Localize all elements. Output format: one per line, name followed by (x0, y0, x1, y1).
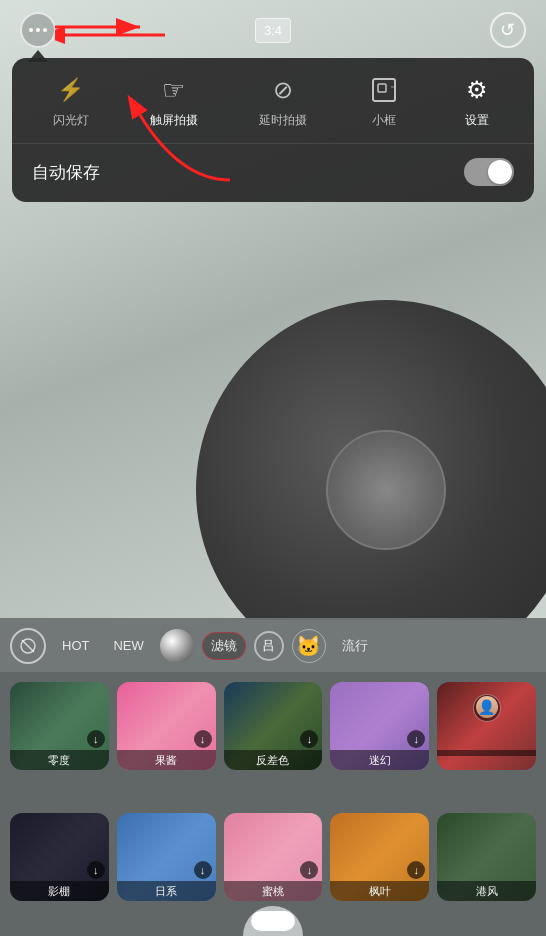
no-filter-button[interactable] (10, 628, 46, 664)
filter-grid: 零度 ↓ 果酱 ↓ 反差色 ↓ 迷幻 ↓ 👤 影棚 ↓ 日系 ↓ (0, 672, 546, 936)
small-frame-label: 小框 (372, 112, 396, 129)
filter-card-label-rixi: 日系 (117, 881, 216, 901)
filter-card-img-portrait: 👤 (437, 682, 536, 750)
filter-card-label-fanchaise: 反差色 (224, 750, 323, 770)
filter-card-label-gangfeng: 港风 (437, 881, 536, 901)
filter-card-mihuan[interactable]: 迷幻 ↓ (330, 682, 429, 770)
touch-label: 触屏拍摄 (150, 112, 198, 129)
filter-card-label-mihuan: 迷幻 (330, 750, 429, 770)
filter-card-label-guojiang: 果酱 (117, 750, 216, 770)
plate-shape (196, 300, 546, 620)
filter-tab-hot[interactable]: HOT (54, 633, 97, 658)
timer-setting[interactable]: ⊘ 延时拍摄 (259, 74, 307, 129)
small-frame-icon (368, 74, 400, 106)
shutter-area (243, 906, 303, 936)
download-badge-guojiang[interactable]: ↓ (194, 730, 212, 748)
filter-strip: HOT NEW 滤镜 吕 🐱 流行 (0, 618, 546, 673)
filter-card-portrait[interactable]: 👤 (437, 682, 536, 770)
filter-card-fanchaise[interactable]: 反差色 ↓ (224, 682, 323, 770)
shutter-button[interactable] (243, 906, 303, 936)
shutter-inner (251, 911, 295, 931)
ratio-badge[interactable]: 3:4 (255, 18, 291, 43)
download-badge-rixi[interactable]: ↓ (194, 861, 212, 879)
timer-icon: ⊘ (267, 74, 299, 106)
download-badge-yingpeng[interactable]: ↓ (87, 861, 105, 879)
filter-card-label-yingpeng: 影棚 (10, 881, 109, 901)
svg-line-6 (22, 640, 34, 652)
filter-tab-lv[interactable]: 吕 (254, 631, 284, 661)
filter-card-mitao[interactable]: 蜜桃 ↓ (224, 813, 323, 901)
toggle-thumb (488, 160, 512, 184)
plate-inner (326, 430, 446, 550)
filter-card-rixi[interactable]: 日系 ↓ (117, 813, 216, 901)
filter-tab-liuxing[interactable]: 流行 (334, 632, 376, 660)
flash-icon: ⚡ (55, 74, 87, 106)
filter-card-label-portrait (437, 750, 536, 756)
auto-save-row: 自动保存 (12, 144, 534, 186)
filter-card-guojiang[interactable]: 果酱 ↓ (117, 682, 216, 770)
flip-camera-button[interactable]: ↺ (490, 12, 526, 48)
settings-label: 设置 (465, 112, 489, 129)
settings-panel: ⚡ 闪光灯 ☞ 触屏拍摄 ⊘ 延时拍摄 小框 ⚙ 设置 自动保存 (12, 58, 534, 202)
filter-card-yingpeng[interactable]: 影棚 ↓ (10, 813, 109, 901)
settings-icons-row: ⚡ 闪光灯 ☞ 触屏拍摄 ⊘ 延时拍摄 小框 ⚙ 设置 (12, 74, 534, 144)
flash-label: 闪光灯 (53, 112, 89, 129)
filter-card-img-gangfeng (437, 813, 536, 881)
filter-tab-new[interactable]: NEW (105, 633, 151, 658)
flash-setting[interactable]: ⚡ 闪光灯 (53, 74, 89, 129)
touch-shoot-setting[interactable]: ☞ 触屏拍摄 (150, 74, 198, 129)
filter-card-lingdu[interactable]: 零度 ↓ (10, 682, 109, 770)
filter-card-label-lingdu: 零度 (10, 750, 109, 770)
filter-tab-lvjing[interactable]: 滤镜 (202, 632, 246, 660)
filter-card-gangfeng[interactable]: 港风 (437, 813, 536, 901)
filter-tab-cat[interactable]: 🐱 (292, 629, 326, 663)
touch-icon: ☞ (158, 74, 190, 106)
svg-rect-3 (378, 84, 386, 92)
menu-dots-icon (29, 28, 47, 32)
filter-tab-soccer[interactable] (160, 629, 194, 663)
gear-icon: ⚙ (461, 74, 493, 106)
small-frame-setting[interactable]: 小框 (368, 74, 400, 129)
timer-label: 延时拍摄 (259, 112, 307, 129)
auto-save-toggle[interactable] (464, 158, 514, 186)
svg-rect-2 (373, 79, 395, 101)
top-bar: 3:4 ↺ (0, 0, 546, 60)
menu-button[interactable] (20, 12, 56, 48)
filter-card-label-fengye: 枫叶 (330, 881, 429, 901)
download-badge-lingdu[interactable]: ↓ (87, 730, 105, 748)
filter-card-fengye[interactable]: 枫叶 ↓ (330, 813, 429, 901)
settings-gear[interactable]: ⚙ 设置 (461, 74, 493, 129)
auto-save-label: 自动保存 (32, 161, 100, 184)
filter-card-label-mitao: 蜜桃 (224, 881, 323, 901)
